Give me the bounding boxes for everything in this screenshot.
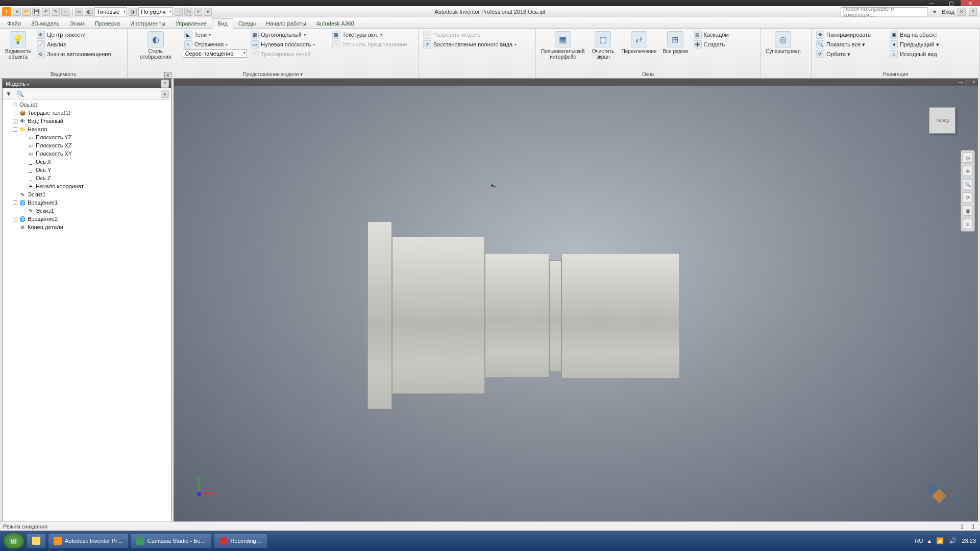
tab-a360[interactable]: Autodesk A360 [311,19,359,28]
tray-volume-icon[interactable]: 🔊 [949,537,957,544]
exchange-icon[interactable]: ✕ [958,8,966,16]
home-view-item[interactable]: ⌂Исходный вид [888,49,960,59]
ui-button[interactable]: ▦Пользовательский интерфейс [539,30,586,70]
groundplane-item[interactable]: ▭Нулевая плоскость [249,40,329,49]
tab-getstarted[interactable]: Начало работы [261,19,311,28]
plus-icon[interactable]: + [194,8,202,16]
shadows-item[interactable]: ◣Тени [183,30,247,39]
tab-3dmodel[interactable]: 3D-модель [26,19,64,28]
orbit-item[interactable]: ⟳Орбита ▾ [815,49,886,59]
redo-icon[interactable]: ↷ [52,8,60,16]
restore-view-item[interactable]: ↺Восстановление полного вида [422,40,518,49]
tile-button[interactable]: ⊞Все рядом [660,30,690,70]
cascade-item[interactable]: ▤Каскадом [692,30,730,39]
signin-link[interactable]: Вход [942,9,954,15]
tab-file[interactable]: Файл [2,19,26,28]
star-icon[interactable]: ★ [930,8,939,16]
start-button[interactable]: ⊞ [3,533,24,549]
clear-screen-button[interactable]: ▢Очистить экран [589,30,617,70]
steeringwheel-button[interactable]: ◎Суперштурвал [764,30,803,76]
tree-node[interactable]: ✎Эскиз1 [3,207,171,215]
visual-style-button[interactable]: ◐ Стиль отображения [131,30,181,70]
taskbar-inventor[interactable]: Autodesk Inventor Pr… [48,533,129,548]
open-icon[interactable]: 📂 [22,8,31,16]
tray-clock[interactable]: 23:23 [962,538,976,544]
close-button[interactable]: ✕ [961,0,980,6]
tab-view[interactable]: Вид [212,18,233,29]
tree-node[interactable]: +👁Вид: Главный [3,117,171,125]
lighting-combo[interactable]: Серое помещение [183,49,247,58]
undo-icon[interactable]: ↶ [42,8,50,16]
switch-button[interactable]: ⇄Переключение [619,30,658,70]
center-of-gravity-item[interactable]: ⊕Центр тяжести [35,30,112,39]
panel-appearance-label[interactable]: Представление модели ▾ [131,70,415,78]
help-icon[interactable]: ? [969,8,977,16]
filter-icon[interactable]: ▼ [5,90,13,98]
tree-node[interactable]: ▭Плоскость XZ [3,141,171,149]
measure-icon[interactable]: ↔ [175,8,183,16]
analysis-item[interactable]: 📈Анализ [35,40,112,49]
taskbar-recording[interactable]: Recording… [214,533,267,548]
tray-lang[interactable]: RU [915,538,923,544]
tree-node[interactable]: ✦Начало координат [3,182,171,190]
nav-wheel-icon[interactable]: ◎ [963,153,973,163]
tree-node[interactable]: +📦Твердые тела(1) [3,109,171,117]
save-icon[interactable]: 💾 [32,8,40,16]
viewport-3d[interactable]: — ▢ ✕ Перед ◎ ✥ 🔍 ⟳ ▣ ≡ ↖ x ▲ VERTEX© [174,79,978,522]
tree-node[interactable]: ▭Плоскость XY [3,149,171,158]
expand-icon[interactable]: - [13,201,17,205]
tray-network-icon[interactable]: 📶 [936,537,944,544]
nav-pan-icon[interactable]: ✥ [963,166,973,176]
tab-sketch[interactable]: Эскиз [65,19,90,28]
nav-lookat-icon[interactable]: ▣ [963,206,973,216]
tree-node[interactable]: -🌀Вращение1 [3,198,171,207]
model-tree[interactable]: 📄Ось.ipt+📦Твердые тела(1)+👁Вид: Главный-… [3,99,171,232]
tree-node[interactable]: ✎Эскиз1 [3,190,171,198]
viewcube[interactable]: Перед [929,107,955,134]
browser-close-button[interactable]: ✕ [164,72,172,79]
tab-env[interactable]: Среды [233,19,261,28]
home-icon[interactable]: ⌂ [61,8,69,16]
vp-max-icon[interactable]: ▢ [965,80,970,85]
tab-tools[interactable]: Инструменты [125,19,170,28]
tree-node[interactable]: +🌀Вращение2 [3,215,171,223]
reflections-item[interactable]: ≈Отражения [183,40,247,49]
tree-node[interactable]: 📄Ось.ipt [3,101,171,109]
color-icon[interactable]: ◑ [129,8,137,16]
tree-node[interactable]: ⎯Ось Z [3,174,171,182]
expand-icon[interactable]: + [13,217,17,221]
tree-node[interactable]: -📁Начало [3,125,171,133]
dd-icon[interactable]: ▾ [204,8,212,16]
appearance-combo[interactable]: Типовые [94,7,127,16]
visualstyle-combo[interactable]: По умолч [138,7,173,16]
expand-icon[interactable]: + [13,119,17,123]
new-window-item[interactable]: ➕Создать [692,40,730,49]
vp-close-icon[interactable]: ✕ [972,80,976,85]
tab-manage[interactable]: Управление [170,19,212,28]
nav-zoom-icon[interactable]: 🔍 [963,179,973,189]
browser-header[interactable]: Модель ? [3,79,171,88]
fx-icon[interactable]: ƒx [184,8,192,16]
vp-min-icon[interactable]: — [959,80,963,85]
taskbar-camtasia[interactable]: Camtasia Studio - Бе… [131,533,212,548]
ortho-item[interactable]: ▦Ортогональный [249,30,329,39]
select-icon[interactable]: ▭ [75,8,83,16]
material-icon[interactable]: ◐ [85,8,93,16]
expand-icon[interactable]: + [13,111,17,115]
zoomall-item[interactable]: 🔍Показать все ▾ [815,40,886,49]
prev-view-item[interactable]: ◄Предыдущий ▾ [888,40,960,49]
imate-glyphs-item[interactable]: ⊚Значки автосовмещения [35,49,112,59]
maximize-button[interactable]: ▢ [941,0,961,6]
expand-icon[interactable]: - [13,127,17,132]
lookat-item[interactable]: ▣Вид на объект [888,30,960,39]
nav-orbit-icon[interactable]: ⟳ [963,192,973,203]
new-icon[interactable]: ▾ [13,8,21,16]
tree-node[interactable]: ⎯Ось Y [3,166,171,174]
system-tray[interactable]: RU ▴ 📶 🔊 23:23 [915,537,976,544]
tree-node[interactable]: ⊘Конец детали [3,223,171,231]
tab-inspect[interactable]: Проверка [90,19,125,28]
app-logo[interactable]: I [2,7,11,16]
tree-node[interactable]: ▭Плоскость YZ [3,133,171,141]
browser-options-icon[interactable]: ▸ [161,90,169,98]
help-search-input[interactable]: Поиск по справке и командам… [841,7,927,16]
